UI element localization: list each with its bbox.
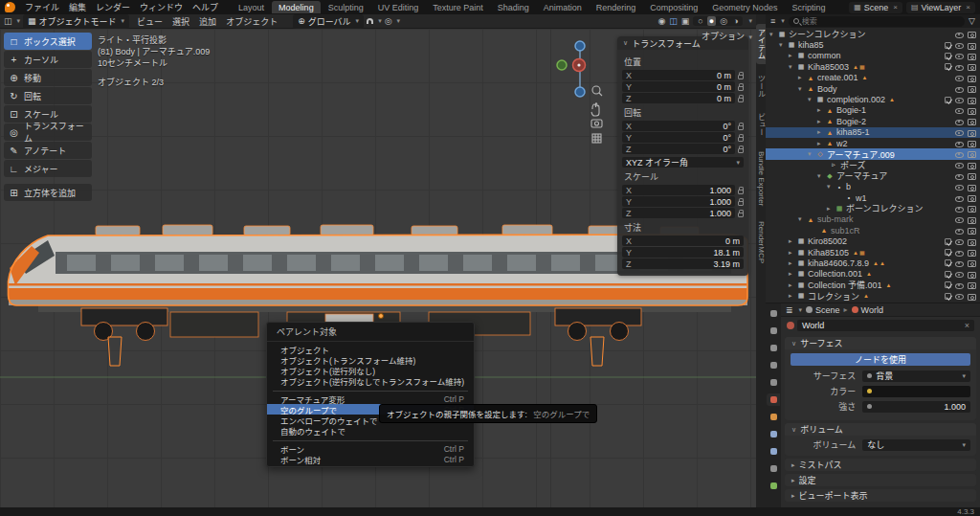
disable-render-icon[interactable] — [968, 227, 976, 235]
viewlayer-unlink-icon[interactable]: × — [966, 3, 970, 11]
disable-render-icon[interactable] — [968, 161, 976, 168]
expand-caret-icon[interactable]: ▸ — [789, 281, 796, 289]
tool-button[interactable]: + カーソル — [4, 51, 92, 68]
expand-caret-icon[interactable]: ▾ — [769, 31, 777, 38]
shading-mode-icon[interactable]: ● — [707, 16, 716, 26]
disable-render-icon[interactable] — [968, 205, 976, 213]
breadcrumb-scene[interactable]: Scene — [806, 305, 840, 315]
xray-toggle-icon[interactable]: ▣ — [681, 16, 690, 26]
expand-caret-icon[interactable]: ▸ — [789, 270, 796, 278]
collection-checkbox[interactable] — [945, 97, 951, 103]
collection-checkbox[interactable] — [945, 63, 951, 70]
expand-caret-icon[interactable]: ▸ — [817, 140, 825, 147]
menubar-item[interactable]: 編集 — [64, 0, 91, 14]
disable-render-icon[interactable] — [968, 140, 976, 147]
collection-checkbox[interactable] — [945, 293, 951, 300]
scene-unlink-icon[interactable]: × — [893, 3, 898, 11]
collection-checkbox[interactable] — [945, 238, 951, 245]
hide-eye-icon[interactable] — [955, 183, 964, 191]
expand-caret-icon[interactable]: ▸ — [817, 118, 825, 125]
expand-caret-icon[interactable]: ▸ — [789, 249, 796, 257]
menubar-item[interactable]: レンダー — [91, 0, 135, 14]
outliner-row[interactable]: ▾ ▲ sub-mark — [766, 214, 980, 225]
expand-caret-icon[interactable]: ▾ — [827, 183, 835, 191]
outliner-row[interactable]: ▾ ▲ Body — [766, 83, 980, 94]
outliner-row[interactable]: ▾ ▦ シーンコレクション — [766, 29, 980, 39]
tool-button[interactable]: ◎ トランスフォーム — [4, 123, 92, 141]
hide-eye-icon[interactable] — [955, 270, 964, 278]
disable-render-icon[interactable] — [968, 215, 976, 223]
shading-mode-icon[interactable]: ◎ — [718, 16, 729, 26]
disable-render-icon[interactable] — [968, 31, 976, 38]
properties-tab[interactable] — [767, 325, 780, 337]
tool-button[interactable]: ↻ 回転 — [4, 87, 92, 104]
disable-render-icon[interactable] — [968, 106, 976, 114]
grid-toggle-icon[interactable] — [592, 134, 601, 143]
workspace-tab[interactable]: Scripting — [785, 1, 832, 13]
expand-caret-icon[interactable]: ▸ — [798, 74, 806, 81]
outliner-row[interactable]: ▾ ▦ kiha85 — [766, 39, 980, 50]
mode-dropdown[interactable]: ▦ オブジェクトモード ▾ — [23, 14, 129, 29]
outliner-row[interactable]: ▾ ◇ アーマチュア.009 — [766, 148, 980, 159]
unlink-icon[interactable]: × — [965, 321, 969, 330]
hide-eye-icon[interactable] — [955, 292, 964, 300]
expand-caret-icon[interactable]: ▾ — [798, 215, 806, 223]
sidebar-tab[interactable]: アイテム — [756, 24, 767, 64]
snap-dropdown-icon[interactable]: ▾ — [378, 17, 382, 25]
collection-checkbox[interactable] — [945, 53, 951, 59]
collection-checkbox[interactable] — [945, 271, 951, 278]
hide-eye-icon[interactable] — [955, 227, 964, 235]
viewlayer-selector[interactable]: ▤ ViewLayer × — [906, 2, 975, 13]
hide-eye-icon[interactable] — [955, 281, 964, 289]
hide-eye-icon[interactable] — [955, 74, 964, 81]
tool-options-dropdown[interactable]: オプション ▾ — [702, 30, 752, 42]
lock-icon[interactable] — [738, 190, 744, 194]
search-input[interactable] — [802, 17, 960, 26]
outliner-row[interactable]: ▸ ▲ Bogie-2 — [766, 116, 980, 126]
expand-caret-icon[interactable]: ▸ — [789, 259, 796, 267]
disable-render-icon[interactable] — [968, 150, 976, 158]
properties-tab[interactable] — [767, 428, 780, 440]
workspace-tab[interactable]: Sculpting — [322, 1, 370, 13]
lock-icon[interactable] — [738, 137, 744, 142]
expand-caret-icon[interactable]: ▾ — [808, 96, 815, 103]
location-field[interactable]: X0 m — [622, 70, 735, 80]
context-menu-item[interactable] — [273, 388, 468, 392]
expand-caret-icon[interactable]: ▾ — [779, 41, 787, 49]
volume-shader-dropdown[interactable]: なし ▾ — [862, 439, 970, 451]
hide-eye-icon[interactable] — [955, 161, 964, 168]
workspace-tab[interactable]: Geometry Nodes — [705, 1, 784, 13]
disable-render-icon[interactable] — [968, 118, 976, 125]
outliner-row[interactable]: ▾ ▦ completion.002 ▲ — [766, 94, 980, 104]
dimension-field[interactable]: Y18.1 m — [622, 247, 744, 258]
outliner-row[interactable]: ▸ ▦ Collection 予備.001 ▲ — [766, 280, 980, 290]
hide-eye-icon[interactable] — [955, 140, 964, 147]
tool-button[interactable]: ⊕ 移動 — [4, 69, 92, 86]
expand-caret-icon[interactable]: ▸ — [827, 205, 835, 213]
pan-hand-icon[interactable] — [591, 103, 599, 116]
dimension-field[interactable]: Z3.19 m — [622, 258, 744, 269]
outliner-row[interactable]: ▾ ◆ アーマチュア — [766, 170, 980, 181]
hide-eye-icon[interactable] — [955, 41, 964, 49]
hide-eye-icon[interactable] — [955, 172, 964, 180]
disable-render-icon[interactable] — [968, 237, 976, 245]
outliner-row[interactable]: ▸ ▲ kiha85-1 — [766, 127, 980, 138]
outliner-row[interactable]: ▸ ▦ kiha84606.7.8.9 ▲▲ — [766, 258, 980, 268]
outliner-row[interactable]: ▾ • b — [766, 181, 980, 191]
outliner-row[interactable]: ▸ ▦ Kiha85105 ▲▦ — [766, 247, 980, 258]
viewport-menu-item[interactable]: ビュー — [132, 14, 167, 29]
scene-selector[interactable]: ▦ Scene × — [849, 2, 902, 13]
context-menu-item[interactable]: オブジェクト — [267, 344, 474, 354]
disable-render-icon[interactable] — [968, 270, 976, 278]
tool-button[interactable]: ✎ アノテート — [4, 142, 92, 159]
rotation-field[interactable]: Y0° — [622, 132, 735, 143]
hide-eye-icon[interactable] — [955, 96, 964, 103]
viewport-menu-item[interactable]: オブジェクト — [221, 14, 282, 29]
3d-viewport[interactable]: オプション ▾ □ ボックス選択 + カーソル ⊕ 移動 ↻ 回転 — [0, 29, 756, 507]
workspace-tab[interactable]: Modeling — [272, 1, 321, 13]
properties-tab[interactable] — [767, 445, 780, 458]
scale-field[interactable]: Z1.000 — [622, 208, 735, 218]
menubar-item[interactable]: ファイル — [20, 0, 64, 14]
blender-logo-icon[interactable] — [5, 2, 15, 12]
workspace-tab[interactable]: UV Editing — [371, 1, 426, 13]
